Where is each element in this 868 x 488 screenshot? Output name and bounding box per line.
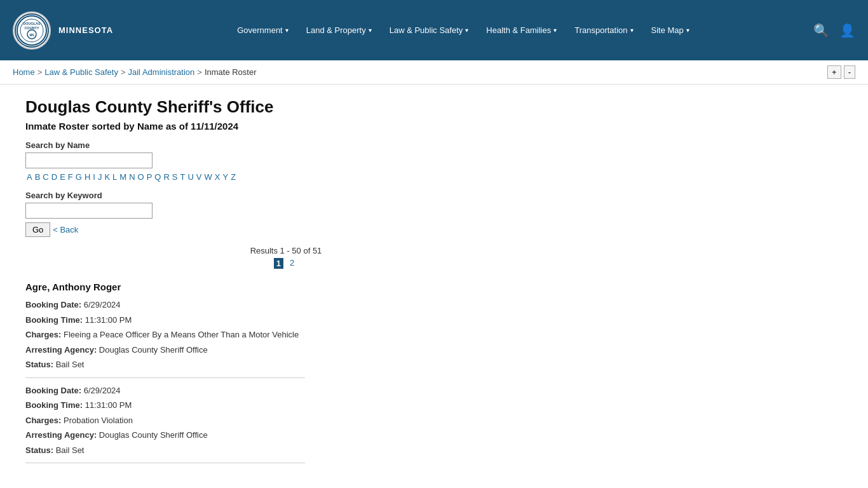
nav-health-families-label: Health & Families [486, 25, 551, 35]
alpha-link-J[interactable]: J [98, 172, 102, 182]
font-increase-button[interactable]: + [827, 65, 841, 79]
booking-date-label: Booking Date: [25, 386, 84, 395]
alpha-link-I[interactable]: I [93, 172, 95, 182]
breadcrumb-sep-2: > [121, 67, 126, 77]
nav-transportation-arrow: ▾ [630, 27, 634, 34]
arresting-agency-row: Arresting Agency: Douglas County Sheriff… [25, 344, 546, 356]
alpha-link-C[interactable]: C [43, 172, 48, 182]
booking-date-label: Booking Date: [25, 300, 84, 309]
nav-site-map-label: Site Map [651, 25, 684, 35]
inmate-list: Agre, Anthony RogerBooking Date: 6/29/20… [25, 281, 546, 463]
header-icons: 🔍 👤 [813, 23, 855, 38]
nav-land-property-label: Land & Property [306, 25, 366, 35]
status-label: Status: [25, 445, 56, 455]
alpha-link-B[interactable]: B [35, 172, 41, 182]
go-button[interactable]: Go [25, 222, 50, 237]
nav-health-families-arrow: ▾ [553, 27, 557, 34]
arresting-agency-value: Douglas County Sheriff Office [99, 345, 208, 355]
breadcrumb-law-safety[interactable]: Law & Public Safety [44, 67, 118, 77]
breadcrumb-home[interactable]: Home [13, 67, 35, 77]
svg-point-0 [17, 16, 46, 45]
breadcrumb-sep-3: > [197, 67, 202, 77]
site-header: DOUGLAS COUNTY MN MINNESOTA Government ▾… [0, 0, 868, 60]
alpha-link-X[interactable]: X [215, 172, 220, 182]
record-divider [25, 377, 305, 378]
nav-government[interactable]: Government ▾ [228, 20, 297, 40]
nav-site-map-arrow: ▾ [686, 27, 689, 34]
search-keyword-input[interactable] [25, 203, 153, 219]
nav-law-safety-label: Law & Public Safety [390, 25, 463, 35]
alpha-link-U[interactable]: U [187, 172, 193, 182]
alpha-link-Y[interactable]: Y [222, 172, 228, 182]
status-value: Bail Set [56, 360, 85, 369]
header-left: DOUGLAS COUNTY MN MINNESOTA [13, 11, 113, 50]
svg-text:MN: MN [30, 33, 34, 36]
booking-date-value: 6/29/2024 [84, 300, 121, 309]
alpha-link-E[interactable]: E [60, 172, 65, 182]
search-icon[interactable]: 🔍 [813, 23, 829, 38]
alpha-link-L[interactable]: L [112, 172, 117, 182]
status-row: Status: Bail Set [25, 358, 546, 371]
arresting-agency-row: Arresting Agency: Douglas County Sheriff… [25, 429, 546, 442]
search-name-input[interactable] [25, 152, 153, 168]
nav-health-families[interactable]: Health & Families ▾ [477, 20, 566, 40]
charges-value: Fleeing a Peace Officer By a Means Other… [64, 330, 299, 339]
back-link[interactable]: < Back [53, 225, 78, 234]
search-name-label: Search by Name [25, 140, 546, 150]
nav-government-arrow: ▾ [285, 27, 288, 34]
alpha-link-G[interactable]: G [76, 172, 82, 182]
arresting-agency-label: Arresting Agency: [25, 430, 99, 440]
alpha-link-Z[interactable]: Z [231, 172, 236, 182]
arresting-agency-label: Arresting Agency: [25, 345, 99, 355]
alpha-link-M[interactable]: M [119, 172, 126, 182]
record-divider [25, 463, 305, 463]
alpha-link-T[interactable]: T [180, 172, 186, 182]
svg-text:DOUGLAS: DOUGLAS [23, 22, 41, 25]
alpha-link-K[interactable]: K [104, 172, 110, 182]
nav-transportation-label: Transportation [574, 25, 627, 35]
nav-site-map[interactable]: Site Map ▾ [642, 20, 698, 40]
alpha-link-V[interactable]: V [196, 172, 202, 182]
font-controls: + - [827, 65, 855, 79]
results-text: Results 1 - 50 of 51 [250, 246, 322, 255]
nav-law-safety[interactable]: Law & Public Safety ▾ [381, 20, 478, 40]
inmate-name: Agre, Anthony Roger [25, 281, 546, 292]
nav-transportation[interactable]: Transportation ▾ [566, 20, 642, 40]
status-label: Status: [25, 360, 56, 369]
alpha-link-N[interactable]: N [129, 172, 135, 182]
county-logo: DOUGLAS COUNTY MN [13, 11, 51, 50]
page-link-2[interactable]: 2 [290, 258, 294, 269]
page-subtitle: Inmate Roster sorted by Name as of 11/11… [25, 121, 546, 132]
status-value: Bail Set [56, 445, 85, 455]
alpha-link-F[interactable]: F [68, 172, 73, 182]
page-link-1[interactable]: 1 [274, 258, 283, 269]
alpha-link-W[interactable]: W [205, 172, 212, 182]
breadcrumb-jail-admin[interactable]: Jail Administration [128, 67, 195, 77]
nav-law-safety-arrow: ▾ [465, 27, 468, 34]
font-decrease-button[interactable]: - [844, 65, 855, 79]
user-icon[interactable]: 👤 [839, 23, 855, 38]
alpha-link-R[interactable]: R [163, 172, 169, 182]
logo-inner: DOUGLAS COUNTY MN [15, 13, 49, 48]
alpha-link-Q[interactable]: Q [154, 172, 161, 182]
alpha-link-S[interactable]: S [172, 172, 178, 182]
alpha-link-P[interactable]: P [147, 172, 153, 182]
booking-time-label: Booking Time: [25, 315, 85, 325]
main-content: Douglas County Sheriff's Office Inmate R… [0, 85, 572, 482]
status-row: Status: Bail Set [25, 444, 546, 457]
charges-value: Probation Violation [64, 416, 133, 425]
inmate-booking: Booking Date: 6/29/2024Booking Time: 11:… [25, 299, 546, 378]
booking-date-row: Booking Date: 6/29/2024 [25, 299, 546, 311]
booking-time-row: Booking Time: 11:31:00 PM [25, 314, 546, 327]
main-nav: Government ▾ Land & Property ▾ Law & Pub… [113, 20, 813, 40]
breadcrumb-sep-1: > [37, 67, 43, 77]
alpha-link-A[interactable]: A [27, 172, 32, 182]
alpha-link-O[interactable]: O [138, 172, 144, 182]
alpha-link-H[interactable]: H [85, 172, 90, 182]
alphabet-links: ABCDEFGHIJKLMNOPQRSTUVWXYZ [25, 172, 546, 182]
inmate-booking: Booking Date: 6/29/2024Booking Time: 11:… [25, 384, 546, 464]
alpha-link-D[interactable]: D [51, 172, 57, 182]
nav-land-property[interactable]: Land & Property ▾ [297, 20, 381, 40]
charges-label: Charges: [25, 416, 64, 425]
breadcrumb: Home > Law & Public Safety > Jail Admini… [13, 67, 257, 77]
